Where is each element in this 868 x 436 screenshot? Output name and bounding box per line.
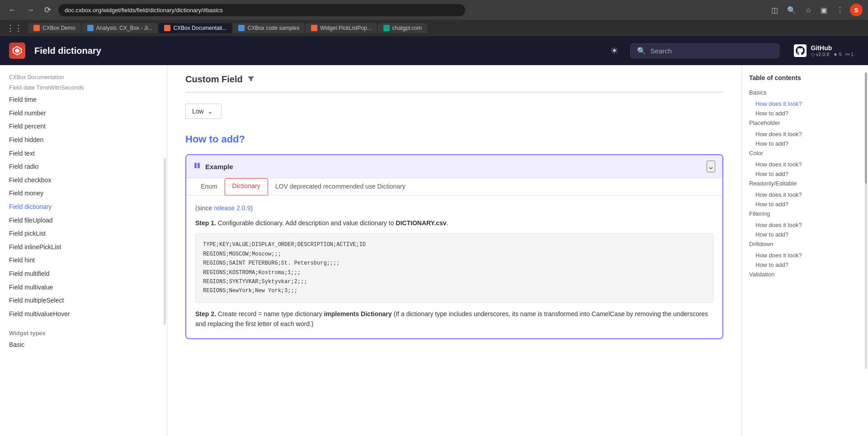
right-toc: Table of contents Basics How does it loo… bbox=[741, 65, 868, 436]
tab-cxbox-docs[interactable]: CXBox Documentati... bbox=[159, 23, 232, 33]
demo-dropdown[interactable]: Low ⌄ bbox=[185, 104, 222, 119]
tab-widget-picklist[interactable]: Widget PickListPop... bbox=[306, 23, 377, 33]
sidebar-item-field-multifield[interactable]: Field multifield bbox=[0, 267, 167, 281]
sidebar-item-field-number[interactable]: Field number bbox=[0, 107, 167, 120]
address-bar[interactable] bbox=[58, 4, 465, 16]
bookmark-button[interactable]: ☆ bbox=[802, 4, 814, 16]
toc-scrollbar-thumb[interactable] bbox=[865, 72, 867, 184]
browser-chrome: ← → ⟳ ◫ 🔍 ☆ ▣ ⋮ S ⋮⋮ CXBox Demo Analysis… bbox=[0, 0, 868, 36]
sidebar-item-field-checkbox[interactable]: Field checkbox bbox=[0, 174, 167, 187]
toc-title: Table of contents bbox=[749, 74, 861, 81]
toc-section-placeholder: Placeholder bbox=[749, 118, 861, 128]
github-meta: ◇ v2.0.8 ★ 5 ⚯ 1 bbox=[811, 52, 854, 57]
tab-chatgpt[interactable]: chatgpt.com bbox=[378, 23, 427, 33]
reload-button[interactable]: ⟳ bbox=[42, 3, 54, 17]
sidebar-item-basic[interactable]: Basic bbox=[0, 338, 167, 352]
extension-button[interactable]: ▣ bbox=[818, 4, 830, 16]
step1-text: Step 1. Configurable dictionary. Add des… bbox=[195, 218, 713, 228]
tab-lov[interactable]: LOV deprecated recommended use Dictionar… bbox=[268, 178, 413, 195]
screen-cast-button[interactable]: ◫ bbox=[769, 4, 781, 16]
toc-section-filtering: Filtering bbox=[749, 209, 861, 218]
sidebar-item-field-percent[interactable]: Field percent bbox=[0, 120, 167, 133]
github-logo bbox=[794, 44, 807, 57]
example-icon bbox=[193, 162, 201, 171]
toc-item-drilldown-add[interactable]: How to add? bbox=[749, 260, 861, 270]
github-info: GitHub ◇ v2.0.8 ★ 5 ⚯ 1 bbox=[811, 44, 854, 57]
toc-item-filtering-look[interactable]: How does it look? bbox=[749, 220, 861, 230]
sidebar-section-title: CXBox Documentation bbox=[0, 71, 167, 82]
code-line-4: REGIONS;KOSTROMA;Kostroma;1;;; bbox=[203, 268, 706, 277]
since-link[interactable]: release 2.0.9 bbox=[214, 204, 250, 212]
sidebar-item-field-money[interactable]: Field money bbox=[0, 187, 167, 200]
toc-section-basics: Basics bbox=[749, 88, 861, 97]
search-bar[interactable]: 🔍 Search bbox=[630, 43, 779, 58]
tab-dictionary[interactable]: Dictionary bbox=[225, 178, 268, 195]
apps-button[interactable]: ⋮⋮ bbox=[4, 22, 25, 34]
zoom-button[interactable]: 🔍 bbox=[784, 4, 799, 16]
tab-label-analysis: Analysis. CX_Box - Ji... bbox=[96, 25, 153, 31]
toc-item-placeholder-look[interactable]: How does it look? bbox=[749, 129, 861, 139]
code-line-6: REGIONS;NewYork;New York;3;;; bbox=[203, 286, 706, 295]
example-body: (since release 2.0.9) Step 1. Configurab… bbox=[186, 195, 722, 338]
menu-button[interactable]: ⋮ bbox=[834, 4, 846, 16]
sidebar-scrollbar[interactable] bbox=[164, 158, 166, 325]
sidebar-item-field-radio[interactable]: Field radio bbox=[0, 160, 167, 174]
sidebar-item-field-multivalue[interactable]: Field multivalue bbox=[0, 281, 167, 294]
tab-analysis[interactable]: Analysis. CX_Box - Ji... bbox=[82, 23, 158, 33]
tab-label-cxbox-demo: CXBox Demo bbox=[42, 25, 75, 31]
svg-rect-3 bbox=[198, 163, 200, 168]
toc-section-validation: Validation bbox=[749, 270, 861, 279]
code-line-3: REGIONS;SAINT PETERBURG;St. Petersburg;;… bbox=[203, 259, 706, 268]
toc-item-placeholder-add[interactable]: How to add? bbox=[749, 139, 861, 148]
sidebar-item-field-hidden[interactable]: Field hidden bbox=[0, 133, 167, 147]
github-forks: ⚯ 1 bbox=[845, 52, 854, 57]
tab-cxbox-demo[interactable]: CXBox Demo bbox=[28, 23, 81, 33]
sidebar-item-field-multivaluehover[interactable]: Field multivalueHover bbox=[0, 308, 167, 321]
step1-label: Step 1. bbox=[195, 219, 216, 227]
code-line-2: REGIONS;MOSCOW;Moscow;;; bbox=[203, 250, 706, 259]
tab-favicon-analysis bbox=[87, 25, 94, 31]
toc-item-color-add[interactable]: How to add? bbox=[749, 169, 861, 179]
toc-item-readonly-add[interactable]: How to add? bbox=[749, 199, 861, 209]
user-avatar[interactable]: S bbox=[850, 4, 863, 16]
tab-label-cxbox-docs: CXBox Documentati... bbox=[173, 25, 226, 31]
toc-item-drilldown-look[interactable]: How does it look? bbox=[749, 251, 861, 260]
sidebar-item-field-time[interactable]: Field time bbox=[0, 93, 167, 107]
example-label: Example bbox=[205, 163, 233, 171]
sidebar-item-field-hint[interactable]: Field hint bbox=[0, 254, 167, 267]
example-card: Example ⌄ Enum Dictionary LOV deprecated… bbox=[185, 154, 723, 339]
toc-item-filtering-add[interactable]: How to add? bbox=[749, 230, 861, 239]
toc-item-color-look[interactable]: How does it look? bbox=[749, 160, 861, 169]
toc-item-basics-add[interactable]: How to add? bbox=[749, 109, 861, 118]
tab-cxbox-code[interactable]: CXBox code samples bbox=[233, 23, 305, 33]
step2-label: Step 2. bbox=[195, 310, 216, 318]
sidebar-item-field-dictionary[interactable]: Field dictionary bbox=[0, 200, 167, 214]
sidebar-item-field-multipleselect[interactable]: Field multipleSelect bbox=[0, 294, 167, 308]
search-placeholder: Search bbox=[651, 47, 672, 55]
main-layout: CXBox Documentation Field date TimeWithS… bbox=[0, 65, 868, 436]
app-header: Field dictionary ☀ 🔍 Search GitHub ◇ v2.… bbox=[0, 36, 868, 65]
toc-item-readonly-look[interactable]: How does it look? bbox=[749, 190, 861, 199]
sidebar-item-field-picklist[interactable]: Field pickList bbox=[0, 227, 167, 241]
search-icon: 🔍 bbox=[637, 47, 646, 55]
content-area: Custom Field Low ⌄ How to add? bbox=[167, 65, 741, 436]
github-button[interactable]: GitHub ◇ v2.0.8 ★ 5 ⚯ 1 bbox=[788, 42, 859, 60]
example-collapse-button[interactable]: ⌄ bbox=[707, 161, 715, 172]
github-version: ◇ v2.0.8 bbox=[811, 52, 830, 57]
sidebar-item-field-date-time-with-seconds[interactable]: Field date TimeWithSeconds bbox=[0, 82, 167, 93]
step1-filename: DICTIONARY.csv bbox=[396, 219, 446, 227]
sidebar-item-field-inlinepicklist[interactable]: Field inlinePickList bbox=[0, 241, 167, 254]
code-block: TYPE;KEY;VALUE;DISPLAY_ORDER;DESCRIPTION… bbox=[195, 233, 713, 302]
how-to-add-heading: How to add? bbox=[185, 133, 723, 145]
tab-enum[interactable]: Enum bbox=[193, 178, 225, 195]
tab-label-cxbox-code: CXBox code samples bbox=[247, 25, 299, 31]
svg-rect-2 bbox=[194, 163, 197, 168]
sidebar-item-field-text[interactable]: Field text bbox=[0, 147, 167, 161]
back-button[interactable]: ← bbox=[5, 4, 19, 17]
toc-item-basics-look[interactable]: How does it look? bbox=[749, 99, 861, 109]
custom-field-section-header: Custom Field bbox=[185, 74, 723, 93]
theme-toggle-button[interactable]: ☀ bbox=[608, 43, 621, 59]
tab-favicon-cxbox-docs bbox=[164, 25, 170, 31]
forward-button[interactable]: → bbox=[24, 4, 37, 17]
sidebar-item-field-fileupload[interactable]: Field fileUpload bbox=[0, 214, 167, 227]
